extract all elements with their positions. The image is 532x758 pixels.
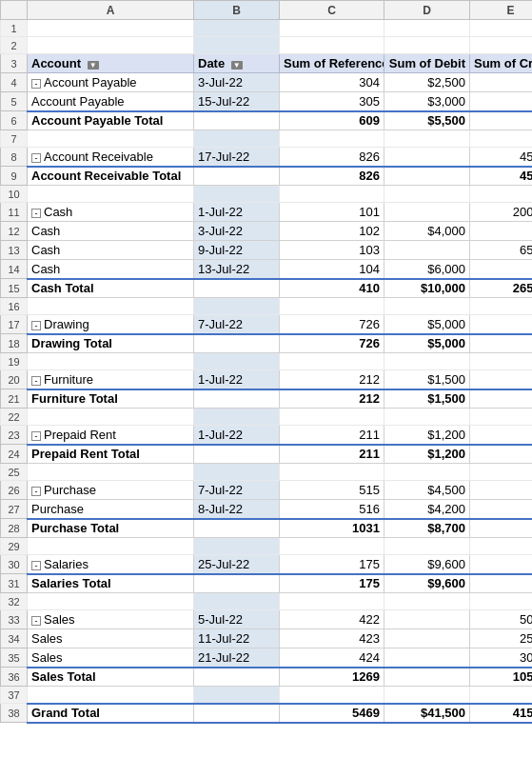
cell-e31	[470, 574, 533, 593]
cell-b25	[194, 464, 280, 481]
cell-c12: 102	[280, 222, 384, 241]
cell-a18: Drawing Total	[28, 334, 194, 353]
cell-d11	[384, 203, 470, 222]
row-23: 23 -Prepaid Rent 1-Jul-22 211 $1,200	[1, 426, 533, 445]
cell-b38	[194, 704, 280, 723]
account-filter-btn[interactable]: ▼	[88, 61, 99, 70]
cell-c19	[280, 353, 384, 370]
cell-e25	[470, 464, 533, 481]
cell-c29	[280, 538, 384, 555]
cell-c2	[280, 37, 384, 54]
row-num-21: 21	[1, 389, 28, 409]
row-11: 11 -Cash 1-Jul-22 101 20000	[1, 203, 533, 222]
expand-icon-23[interactable]: -	[31, 431, 41, 441]
expand-icon-20[interactable]: -	[31, 376, 41, 386]
cell-c26: 515	[280, 481, 384, 500]
row-num-17: 17	[1, 315, 28, 334]
row-num-28: 28	[1, 519, 28, 538]
cell-e15: 26500	[470, 279, 533, 298]
cell-a32	[28, 593, 194, 610]
cell-e18	[470, 334, 533, 353]
cell-c17: 726	[280, 315, 384, 334]
cell-a20: -Furniture	[28, 370, 194, 389]
cell-c33: 422	[280, 610, 384, 629]
row-num-24: 24	[1, 445, 28, 464]
row-num-22: 22	[1, 409, 28, 426]
cell-e7	[470, 130, 533, 148]
col-a-label: A	[28, 1, 194, 20]
cell-e22	[470, 409, 533, 426]
date-header[interactable]: Date ▼	[194, 54, 280, 73]
expand-icon-33[interactable]: -	[31, 616, 41, 626]
row-35: 35 Sales 21-Jul-22 424 3000	[1, 648, 533, 668]
cell-b18	[194, 334, 280, 353]
cell-c8: 826	[280, 148, 384, 167]
row-28: 28 Purchase Total 1031 $8,700	[1, 519, 533, 538]
cell-c25	[280, 464, 384, 481]
cell-c11: 101	[280, 203, 384, 222]
date-header-label: Date	[198, 56, 225, 70]
cell-d22	[384, 409, 470, 426]
cell-b33: 5-Jul-22	[194, 610, 280, 629]
cell-d32	[384, 593, 470, 610]
cell-b28	[194, 519, 280, 538]
cell-a15: Cash Total	[28, 279, 194, 298]
row-num-27: 27	[1, 500, 28, 519]
expand-icon-8[interactable]: -	[31, 153, 41, 163]
cell-e17	[470, 315, 533, 334]
column-letter-header: A B C D E	[1, 1, 533, 20]
cell-d24: $1,200	[384, 445, 470, 464]
cell-d18: $5,000	[384, 334, 470, 353]
cell-b23: 1-Jul-22	[194, 426, 280, 445]
cell-a36: Sales Total	[28, 668, 194, 687]
expand-icon-26[interactable]: -	[31, 487, 41, 496]
expand-icon-4[interactable]: -	[31, 79, 41, 89]
cell-e5	[470, 92, 533, 111]
row-3-headers: 3 Account ▼ Date ▼ Sum of Reference Sum …	[1, 54, 533, 73]
row-15: 15 Cash Total 410 $10,000 26500	[1, 279, 533, 298]
cell-d16	[384, 298, 470, 315]
cell-a26: -Purchase	[28, 481, 194, 500]
account-header-label: Account	[31, 56, 81, 70]
row-num-5: 5	[1, 92, 28, 111]
cell-b37	[194, 687, 280, 704]
cell-c35: 424	[280, 648, 384, 668]
row-num-30: 30	[1, 555, 28, 574]
cell-e34: 2500	[470, 629, 533, 648]
cell-e21	[470, 389, 533, 409]
cell-b30: 25-Jul-22	[194, 555, 280, 574]
cell-b31	[194, 574, 280, 593]
cell-d8	[384, 148, 470, 167]
cell-e32	[470, 593, 533, 610]
row-14: 14 Cash 13-Jul-22 104 $6,000	[1, 260, 533, 279]
row-num-34: 34	[1, 629, 28, 648]
cell-d6: $5,500	[384, 111, 470, 130]
cell-d34	[384, 629, 470, 648]
cell-d27: $4,200	[384, 500, 470, 519]
account-header[interactable]: Account ▼	[28, 54, 194, 73]
sum-credit-header: Sum of Credit	[470, 54, 533, 73]
expand-icon-30[interactable]: -	[31, 561, 41, 570]
col-d-label: D	[384, 1, 470, 20]
sum-ref-header: Sum of Reference	[280, 54, 384, 73]
cell-e29	[470, 538, 533, 555]
date-filter-btn[interactable]: ▼	[231, 61, 243, 70]
cell-b16	[194, 298, 280, 315]
expand-icon-17[interactable]: -	[31, 321, 41, 330]
row-27: 27 Purchase 8-Jul-22 516 $4,200	[1, 500, 533, 519]
cell-c16	[280, 298, 384, 315]
expand-icon-11[interactable]: -	[31, 209, 41, 218]
cell-b21	[194, 389, 280, 409]
cell-b29	[194, 538, 280, 555]
cell-a13: Cash	[28, 241, 194, 260]
cell-d26: $4,500	[384, 481, 470, 500]
cell-e35: 3000	[470, 648, 533, 668]
cell-b9	[194, 167, 280, 186]
cell-c24: 211	[280, 445, 384, 464]
cell-a9: Account Receivable Total	[28, 167, 194, 186]
cell-c28: 1031	[280, 519, 384, 538]
cell-e4	[470, 73, 533, 92]
cell-a14: Cash	[28, 260, 194, 279]
cell-d30: $9,600	[384, 555, 470, 574]
row-num-14: 14	[1, 260, 28, 279]
